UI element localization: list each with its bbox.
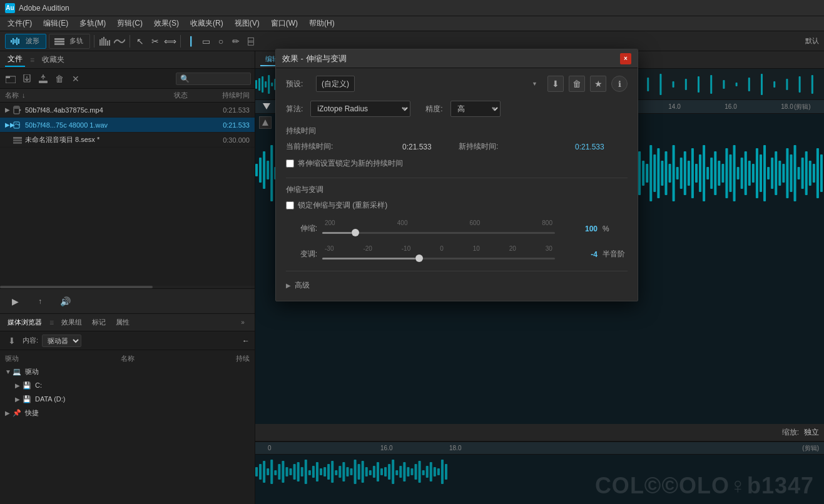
list-item[interactable]: ▶ 📌 快捷 <box>3 406 252 420</box>
export-files-btn[interactable] <box>36 72 50 86</box>
tick-800: 800 <box>542 219 552 226</box>
svg-rect-236 <box>714 151 716 195</box>
stretch-icon[interactable]: ⟺ <box>164 35 176 48</box>
trim-icon[interactable]: ✂ <box>149 35 161 48</box>
duration-section-header: 持续时间 <box>286 126 628 136</box>
svg-rect-298 <box>377 462 379 481</box>
svg-rect-109 <box>786 79 788 90</box>
menu-file[interactable]: 文件(F) <box>3 17 37 30</box>
remove-btn[interactable]: 🗑 <box>53 72 66 86</box>
list-item[interactable]: ▼ 💻 驱动 <box>3 365 252 378</box>
search-input[interactable] <box>192 75 255 83</box>
nav-back-btn[interactable]: ← <box>242 336 250 345</box>
menu-clip[interactable]: 剪辑(C) <box>112 17 148 30</box>
divider2 <box>286 271 628 271</box>
svg-rect-30 <box>265 81 267 88</box>
wave-mode-icon[interactable] <box>9 35 22 48</box>
new-folder-btn[interactable] <box>4 72 18 86</box>
spectrum-icon[interactable] <box>98 35 111 48</box>
preset-select[interactable]: (自定义) <box>316 76 355 92</box>
tab-properties[interactable]: 属性 <box>113 316 132 328</box>
wave-label: 波形 <box>23 36 42 46</box>
menu-window[interactable]: 窗口(W) <box>266 17 303 30</box>
precision-select[interactable]: 高 <box>450 101 501 117</box>
list-item[interactable]: ▶ 💾 DATA (D:) <box>3 392 252 406</box>
effect-dialog[interactable]: 效果 - 伸缩与变调 × 预设: (自定义) ▼ ⬇ 🗑 ★ <box>275 49 638 301</box>
favorite-preset-btn[interactable]: ★ <box>590 76 606 92</box>
menu-favorites[interactable]: 收藏夹(R) <box>185 17 228 30</box>
export-btn[interactable]: ↑ <box>33 294 48 309</box>
svg-rect-313 <box>434 467 436 476</box>
list-item[interactable]: ▶ 💾 C: <box>3 378 252 392</box>
menu-view[interactable]: 视图(V) <box>230 17 265 30</box>
tab-media-browser[interactable]: 媒体浏览器 <box>5 316 44 328</box>
dialog-close-btn[interactable]: × <box>620 53 631 64</box>
menu-help[interactable]: 帮助(H) <box>304 17 340 30</box>
brush-icon[interactable]: ⌸ <box>245 35 257 48</box>
list-item[interactable]: ▶ 50b7f48..4ab37875c.mp4 0:21.533 <box>0 103 255 118</box>
title-bar: Au Adobe Audition <box>0 0 824 16</box>
svg-rect-291 <box>350 468 353 475</box>
pencil-icon[interactable]: ✏ <box>230 35 242 48</box>
content-select[interactable]: 驱动器 <box>42 335 81 347</box>
volume-btn[interactable]: 🔊 <box>58 294 73 309</box>
file-list: ▶ 50b7f48..4ab37875c.mp4 0:21.533 ▶▶ 50b… <box>0 103 255 286</box>
stretch-slider-thumb[interactable] <box>352 229 359 236</box>
svg-rect-281 <box>312 466 315 478</box>
play-btn[interactable]: ▶ <box>8 294 23 309</box>
svg-rect-238 <box>721 164 724 183</box>
transpose-slider-thumb[interactable] <box>415 255 423 262</box>
svg-rect-239 <box>725 148 728 198</box>
file-dur-1: 0:21.533 <box>200 106 250 114</box>
list-item[interactable]: 未命名混音项目 8.sesx * 0:30.000 <box>0 133 255 148</box>
disk-d-icon: 💾 <box>23 395 33 403</box>
svg-rect-11 <box>105 39 106 46</box>
panel-menu-icon2[interactable]: ≡ <box>49 318 54 327</box>
expand-panel-btn[interactable]: » <box>236 316 250 330</box>
add-media-btn[interactable]: ⬇ <box>5 334 19 348</box>
svg-rect-251 <box>771 158 773 189</box>
tab-effects-group[interactable]: 效果组 <box>59 316 84 328</box>
lock-duration-checkbox[interactable] <box>286 159 294 168</box>
algorithm-select[interactable]: iZotope Radius <box>310 101 410 117</box>
info-btn[interactable]: ℹ <box>611 76 628 92</box>
watermark-text: COL©©OLO♀b1347 <box>595 473 814 498</box>
app-title: Adobe Audition <box>19 4 69 13</box>
app-icon: Au <box>5 3 15 13</box>
delete-preset-btn[interactable]: 🗑 <box>569 76 585 92</box>
advanced-arrow-icon: ▶ <box>286 282 291 289</box>
svg-rect-229 <box>688 161 690 186</box>
panel-menu-icon[interactable]: ≡ <box>30 56 34 64</box>
move-icon[interactable]: ↖ <box>134 35 146 48</box>
cursor-icon[interactable]: ┃ <box>185 35 197 48</box>
tab-files[interactable]: 文件 <box>5 53 25 67</box>
delete-btn[interactable]: ✕ <box>69 72 83 86</box>
advanced-collapsible[interactable]: ▶ 高级 <box>286 278 628 293</box>
lasso-icon[interactable]: ○ <box>215 35 227 48</box>
svg-rect-100 <box>673 81 674 88</box>
transpose-slider-bg <box>322 258 555 260</box>
tab-markers[interactable]: 标记 <box>89 316 108 328</box>
import-btn[interactable] <box>20 72 34 86</box>
svg-rect-299 <box>380 468 383 475</box>
download-preset-btn[interactable]: ⬇ <box>547 76 564 92</box>
tree-label: 驱动 <box>25 367 250 376</box>
svg-rect-244 <box>745 151 747 195</box>
stretch-slider-label: 伸缩: <box>286 223 317 234</box>
tab-favorites[interactable]: 收藏夹 <box>39 53 67 66</box>
svg-rect-216 <box>638 151 641 195</box>
svg-rect-293 <box>358 464 360 480</box>
ruler-mark-14: 14.0 <box>668 103 680 110</box>
menu-edit[interactable]: 编辑(E) <box>38 17 73 30</box>
menu-effects[interactable]: 效果(S) <box>149 17 184 30</box>
watermark: COL©©OLO♀b1347 <box>585 468 824 504</box>
menu-multitrack[interactable]: 多轨(M) <box>74 17 111 30</box>
select-icon[interactable]: ▭ <box>200 35 212 48</box>
transpose-unit: 半音阶 <box>603 249 628 260</box>
svg-rect-103 <box>710 75 712 94</box>
lock-stretch-checkbox[interactable] <box>286 201 294 209</box>
list-item[interactable]: ▶▶ 50b7f48...75c 48000 1.wav 0:21.533 <box>0 118 255 133</box>
multitrack-icon[interactable] <box>53 35 66 48</box>
tick-400: 400 <box>397 219 408 226</box>
frequency-icon[interactable] <box>113 35 126 48</box>
